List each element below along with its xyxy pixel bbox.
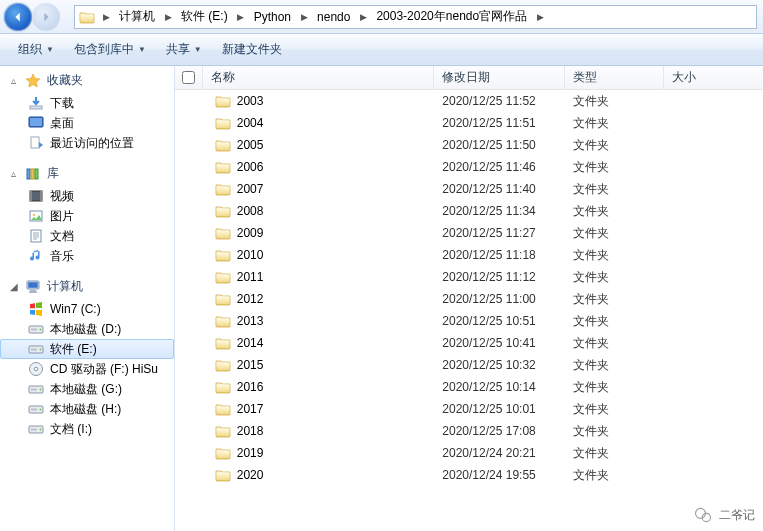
label: 最近访问的位置 [50, 135, 134, 152]
drive-icon [28, 341, 44, 357]
select-all-checkbox[interactable] [175, 66, 203, 89]
sidebar-item-documents[interactable]: 文档 [0, 226, 174, 246]
chevron-right-icon[interactable]: ▶ [297, 6, 311, 28]
breadcrumb-bar[interactable]: ▶ 计算机 ▶ 软件 (E:) ▶ Python ▶ nendo ▶ 2003-… [74, 5, 757, 29]
file-row[interactable]: 20132020/12/25 10:51文件夹 [175, 310, 763, 332]
file-date: 2020/12/25 11:34 [434, 204, 565, 218]
drive-icon [28, 381, 44, 397]
organize-button[interactable]: 组织▼ [8, 38, 64, 62]
sidebar-item-videos[interactable]: 视频 [0, 186, 174, 206]
file-row[interactable]: 20042020/12/25 11:51文件夹 [175, 112, 763, 134]
file-name: 2011 [237, 270, 264, 284]
sidebar-item-downloads[interactable]: 下载 [0, 93, 174, 113]
file-date: 2020/12/25 17:08 [434, 424, 565, 438]
sidebar-item-drive[interactable]: 文档 (I:) [0, 419, 174, 439]
sidebar-item-recent[interactable]: 最近访问的位置 [0, 133, 174, 153]
folder-icon [215, 269, 231, 285]
file-row[interactable]: 20112020/12/25 11:12文件夹 [175, 266, 763, 288]
sidebar-item-drive[interactable]: Win7 (C:) [0, 299, 174, 319]
label: 图片 [50, 208, 74, 225]
folder-icon [215, 115, 231, 131]
nav-back-button[interactable] [4, 3, 32, 31]
label: 文档 (I:) [50, 421, 92, 438]
collapse-icon[interactable]: ▵ [8, 168, 19, 179]
file-date: 2020/12/25 11:40 [434, 182, 565, 196]
file-row[interactable]: 20102020/12/25 11:18文件夹 [175, 244, 763, 266]
file-row[interactable]: 20152020/12/25 10:32文件夹 [175, 354, 763, 376]
sidebar-item-drive[interactable]: 软件 (E:) [0, 339, 174, 359]
checkbox[interactable] [182, 71, 195, 84]
file-row[interactable]: 20092020/12/25 11:27文件夹 [175, 222, 763, 244]
file-name: 2017 [237, 402, 264, 416]
new-folder-button[interactable]: 新建文件夹 [212, 38, 292, 62]
breadcrumb-segment[interactable]: 计算机 [113, 6, 161, 28]
watermark-text: 二爷记 [719, 507, 755, 524]
breadcrumb-segment[interactable]: 2003-2020年nendo官网作品 [370, 6, 533, 28]
chevron-right-icon[interactable]: ▶ [234, 6, 248, 28]
file-row[interactable]: 20122020/12/25 11:00文件夹 [175, 288, 763, 310]
chevron-right-icon[interactable]: ▶ [356, 6, 370, 28]
sidebar-item-drive[interactable]: 本地磁盘 (G:) [0, 379, 174, 399]
file-type: 文件夹 [565, 181, 664, 198]
label: 大小 [672, 69, 696, 86]
file-row[interactable]: 20182020/12/25 17:08文件夹 [175, 420, 763, 442]
file-name: 2004 [237, 116, 264, 130]
computer-group: ◢计算机 Win7 (C:)本地磁盘 (D:)软件 (E:)CD 驱动器 (F:… [0, 276, 174, 439]
col-size[interactable]: 大小 [664, 66, 763, 89]
breadcrumb-segment[interactable]: Python [248, 6, 297, 28]
collapse-icon[interactable]: ◢ [8, 281, 19, 292]
sidebar-item-pictures[interactable]: 图片 [0, 206, 174, 226]
file-date: 2020/12/25 11:27 [434, 226, 565, 240]
file-row[interactable]: 20142020/12/25 10:41文件夹 [175, 332, 763, 354]
column-headers: 名称 修改日期 类型 大小 [175, 66, 763, 90]
chevron-right-icon[interactable]: ▶ [99, 6, 113, 28]
chevron-right-icon[interactable]: ▶ [533, 6, 547, 28]
folder-icon [215, 467, 231, 483]
file-date: 2020/12/24 19:55 [434, 468, 565, 482]
file-row[interactable]: 20192020/12/24 20:21文件夹 [175, 442, 763, 464]
chevron-down-icon: ▼ [194, 45, 202, 54]
file-row[interactable]: 20072020/12/25 11:40文件夹 [175, 178, 763, 200]
libraries-header[interactable]: ▵库 [0, 163, 174, 186]
file-row[interactable]: 20032020/12/25 11:52文件夹 [175, 90, 763, 112]
share-button[interactable]: 共享▼ [156, 38, 212, 62]
file-name: 2013 [237, 314, 264, 328]
video-icon [28, 188, 44, 204]
star-icon [25, 73, 41, 89]
file-name: 2019 [237, 446, 264, 460]
file-row[interactable]: 20062020/12/25 11:46文件夹 [175, 156, 763, 178]
chevron-right-icon[interactable]: ▶ [161, 6, 175, 28]
col-date[interactable]: 修改日期 [434, 66, 565, 89]
label: 文档 [50, 228, 74, 245]
col-name[interactable]: 名称 [203, 66, 434, 89]
file-row[interactable]: 20052020/12/25 11:50文件夹 [175, 134, 763, 156]
file-row[interactable]: 20082020/12/25 11:34文件夹 [175, 200, 763, 222]
sidebar-item-music[interactable]: 音乐 [0, 246, 174, 266]
sidebar-item-drive[interactable]: 本地磁盘 (D:) [0, 319, 174, 339]
sidebar-item-drive[interactable]: CD 驱动器 (F:) HiSu [0, 359, 174, 379]
include-button[interactable]: 包含到库中▼ [64, 38, 156, 62]
file-list[interactable]: 名称 修改日期 类型 大小 20032020/12/25 11:52文件夹200… [175, 66, 763, 531]
label: 库 [47, 165, 59, 182]
label: 名称 [211, 69, 235, 86]
file-date: 2020/12/25 10:51 [434, 314, 565, 328]
folder-icon [215, 313, 231, 329]
file-row[interactable]: 20202020/12/24 19:55文件夹 [175, 464, 763, 486]
file-name: 2018 [237, 424, 264, 438]
label: 收藏夹 [47, 72, 83, 89]
sidebar-item-desktop[interactable]: 桌面 [0, 113, 174, 133]
file-type: 文件夹 [565, 115, 664, 132]
favorites-header[interactable]: ▵收藏夹 [0, 70, 174, 93]
computer-header[interactable]: ◢计算机 [0, 276, 174, 299]
file-row[interactable]: 20162020/12/25 10:14文件夹 [175, 376, 763, 398]
file-row[interactable]: 20172020/12/25 10:01文件夹 [175, 398, 763, 420]
folder-icon [215, 379, 231, 395]
breadcrumb-segment[interactable]: 软件 (E:) [175, 6, 234, 28]
col-type[interactable]: 类型 [565, 66, 664, 89]
libraries-group: ▵库 视频 图片 文档 音乐 [0, 163, 174, 266]
image-icon [28, 208, 44, 224]
sidebar-item-drive[interactable]: 本地磁盘 (H:) [0, 399, 174, 419]
drive-icon [28, 361, 44, 377]
collapse-icon[interactable]: ▵ [8, 75, 19, 86]
breadcrumb-segment[interactable]: nendo [311, 6, 356, 28]
